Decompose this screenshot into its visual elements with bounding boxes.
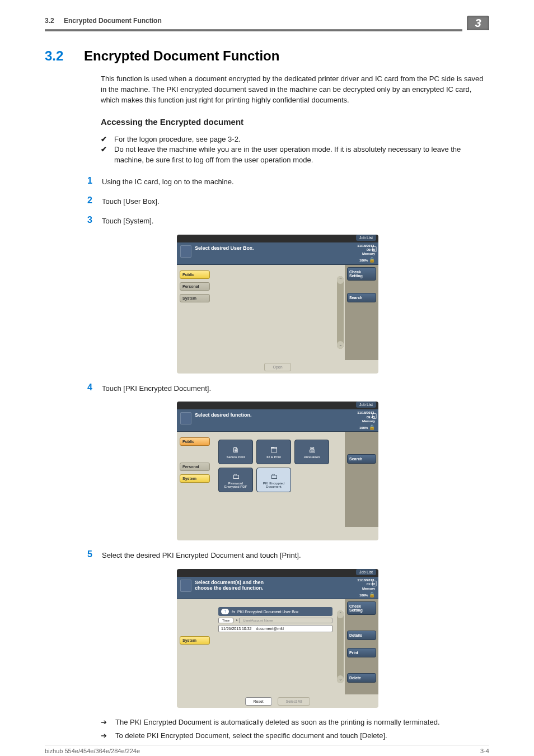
tab-system[interactable]: System <box>180 294 210 302</box>
check-item: Do not leave the machine while you are i… <box>114 144 489 166</box>
tile-id-print[interactable]: 🗔 ID & Print <box>256 440 291 464</box>
document-icon <box>180 245 191 258</box>
tab-system[interactable]: System <box>180 636 210 645</box>
tile-pki-encrypted[interactable]: 🗀 PKI Encrypted Document <box>256 468 291 492</box>
secure-print-icon: 🗎 <box>231 445 241 454</box>
status-block: 11/18/2013 01:32 Memory 100% 🔒 <box>357 578 375 598</box>
check-setting-button[interactable]: Check Setting <box>347 601 376 615</box>
intro-paragraph: This function is used when a document en… <box>101 74 489 106</box>
tile-password-pdf[interactable]: 🗀 Password Encrypted PDF <box>218 468 253 492</box>
header-section-no: 3.2 <box>45 17 54 25</box>
scrollbar[interactable]: ⌃ ⌄ <box>337 276 344 349</box>
scroll-down-icon[interactable]: ⌄ <box>337 675 344 683</box>
screenshot-user-box: Job List Select desired User Box. 11/18/… <box>177 235 378 374</box>
open-button[interactable]: Open <box>264 363 291 371</box>
doc-user: document@mfd <box>254 627 287 631</box>
status-block: 11/18/2013 09:45 Memory 100% 🔒 <box>357 411 375 430</box>
document-icon <box>180 580 191 592</box>
details-button[interactable]: Details <box>347 631 376 640</box>
search-button[interactable]: Search <box>347 454 376 464</box>
header-section-title: Encrypted Document Function <box>64 17 162 25</box>
back-icon[interactable]: ↑ <box>221 609 229 614</box>
job-list-button[interactable]: Job List <box>356 235 376 241</box>
heading-2: 3.2 Encrypted Document Function <box>45 48 489 64</box>
prerequisite-list: ✔For the logon procedure, see page 3-2. … <box>101 134 489 166</box>
check-item: For the logon procedure, see page 3-2. <box>114 134 240 145</box>
job-list-button[interactable]: Job List <box>356 569 376 575</box>
screen-title: Select document(s) and then choose the d… <box>195 580 264 599</box>
scroll-up-icon[interactable]: ⌃ <box>337 610 344 618</box>
screen-title: Select desired function. <box>195 412 252 431</box>
check-setting-button[interactable]: Check Setting <box>347 267 376 281</box>
tile-secure-print[interactable]: 🗎 Secure Print <box>218 440 253 464</box>
tab-public[interactable]: Public <box>180 270 210 279</box>
scroll-down-icon[interactable]: ⌄ <box>337 341 344 349</box>
arrow-note: To delete PKI Encrypted Document, select… <box>115 730 387 741</box>
document-row[interactable]: 11/26/2013 10:32 document@mfd <box>218 625 332 632</box>
tab-public[interactable]: Public <box>180 437 210 446</box>
status-block: 11/18/2013 09:45 Memory 100% 🔒 <box>357 244 375 263</box>
steps-list: 1 Using the IC card, log on to the machi… <box>87 176 489 227</box>
chapter-tab: 3 <box>467 16 489 30</box>
print-button[interactable]: Print <box>347 648 376 657</box>
arrow-note: The PKI Encrypted Document is automatica… <box>115 717 440 728</box>
footer-model: bizhub 554e/454e/364e/284e/224e <box>45 748 140 754</box>
tile-annotation[interactable]: 🖶 Annotation <box>294 440 329 464</box>
tab-personal[interactable]: Personal <box>180 463 210 471</box>
step-text: Touch [PKI Encrypted Document]. <box>102 382 211 394</box>
scroll-up-icon[interactable]: ⌃ <box>337 276 344 284</box>
step-text: Select the desired PKI Encrypted Documen… <box>102 549 301 561</box>
document-icon <box>180 412 191 424</box>
scrollbar[interactable]: ⌃ ⌄ <box>337 610 344 683</box>
screenshot-document-list: Job List Select document(s) and then cho… <box>177 569 378 708</box>
screenshot-functions: Job List Select desired function. 11/18/… <box>177 402 378 540</box>
heading-3: Accessing the Encrypted document <box>101 117 489 127</box>
step-text: Using the IC card, log on to the machine… <box>102 176 234 188</box>
steps-list: 4 Touch [PKI Encrypted Document]. <box>87 382 489 394</box>
result-notes: ➔The PKI Encrypted Document is automatic… <box>101 717 489 741</box>
breadcrumb: ↑ 🗀 PKI Encrypted Document User Box <box>218 607 332 616</box>
folder-icon: 🗀 <box>231 610 235 614</box>
step-text: Touch [User Box]. <box>102 195 160 207</box>
lock-icon: 🔒 <box>369 592 375 598</box>
search-button[interactable]: Search <box>347 293 376 302</box>
h2-number: 3.2 <box>45 48 63 63</box>
header-rule <box>45 29 462 31</box>
col-time[interactable]: Time <box>218 618 233 623</box>
select-all-button[interactable]: Select All <box>278 697 311 706</box>
lock-icon: 🔒 <box>369 424 375 431</box>
reset-button[interactable]: Reset <box>245 697 272 706</box>
steps-list: 5 Select the desired PKI Encrypted Docum… <box>87 549 489 561</box>
pki-encrypted-icon: 🗀 <box>269 472 279 480</box>
annotation-icon: 🖶 <box>307 445 317 454</box>
job-list-button[interactable]: Job List <box>356 402 376 408</box>
header-left: 3.2 Encrypted Document Function <box>45 17 162 25</box>
tab-system[interactable]: System <box>180 474 210 483</box>
col-user[interactable]: User/Account Name <box>239 618 332 623</box>
doc-time: 11/26/2013 10:32 <box>219 627 254 631</box>
lock-icon: 🔒 <box>369 257 375 263</box>
footer: bizhub 554e/454e/364e/284e/224e 3-4 <box>45 745 489 754</box>
delete-button[interactable]: Delete <box>347 673 376 683</box>
screen-title: Select desired User Box. <box>195 245 254 264</box>
id-print-icon: 🗔 <box>269 445 279 454</box>
step-text: Touch [System]. <box>102 215 153 227</box>
footer-page: 3-4 <box>480 748 489 754</box>
password-pdf-icon: 🗀 <box>231 472 241 480</box>
tab-personal[interactable]: Personal <box>180 282 210 291</box>
h2-title: Encrypted Document Function <box>84 48 279 63</box>
